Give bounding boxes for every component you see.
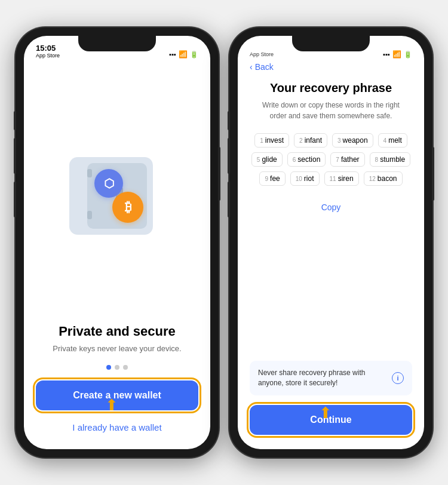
signal-icon: ▪▪▪ [169, 51, 176, 58]
phrase-word-12: 12 bacon [364, 171, 403, 186]
phrase-word-1: 1 invest [254, 133, 289, 148]
phrase-num-10: 10 [296, 176, 302, 182]
phrase-text-11: siren [338, 174, 354, 183]
phrase-num-9: 9 [265, 176, 268, 182]
safe-hinge-bottom [87, 211, 92, 219]
battery-icon: 🔋 [190, 51, 198, 59]
phrase-word-10: 10 riot [290, 171, 320, 186]
already-have-wallet-button[interactable]: I already have a wallet [67, 418, 166, 437]
phrase-text-2: infant [305, 136, 322, 145]
phrase-text-10: riot [304, 174, 314, 183]
volume-up-button-2 [228, 138, 230, 174]
phrase-row-3: 9 fee 10 riot 11 siren 12 bacon [250, 171, 412, 186]
phrase-text-3: weapon [343, 136, 368, 145]
bitcoin-coin: ₿ [112, 192, 143, 223]
dot-2 [115, 365, 119, 370]
phrase-grid: 1 invest 2 infant 3 weapon 4 melt [250, 133, 412, 186]
phrase-text-7: father [341, 155, 360, 164]
phrase-row-2: 5 glide 6 section 7 father 8 stumble [250, 152, 412, 167]
page-dots [106, 365, 128, 370]
warning-text: Never share recovery phrase with anyone,… [258, 368, 387, 388]
battery-icon-2: 🔋 [404, 51, 412, 59]
safe-illustration: ⬡ ₿ [63, 151, 171, 247]
phone1-subtitle: Private keys never leave your device. [53, 344, 181, 353]
phone-1: 15:05 App Store ▪▪▪ 📶 🔋 ⬡ ₿ [16, 27, 219, 458]
wifi-icon: 📶 [179, 50, 188, 59]
illustration-area: ⬡ ₿ [63, 74, 171, 324]
volume-up-button [14, 138, 16, 174]
safe-hinge-top [87, 169, 92, 177]
phrase-word-8: 8 stumble [370, 152, 411, 167]
phrase-num-5: 5 [257, 156, 260, 163]
notch-1 [78, 36, 156, 51]
back-label: Back [255, 62, 274, 72]
phrase-word-7: 7 father [330, 152, 364, 167]
phone-screen-1: 15:05 App Store ▪▪▪ 📶 🔋 ⬡ ₿ [24, 36, 210, 449]
phrase-num-1: 1 [260, 137, 263, 144]
status-icons-2: ▪▪▪ 📶 🔋 [383, 50, 412, 59]
notch-2 [292, 36, 370, 51]
phrase-word-3: 3 weapon [332, 133, 373, 148]
screen-content-1: ⬡ ₿ Private and secure Private keys neve… [24, 62, 210, 449]
phrase-text-4: melt [388, 136, 402, 145]
phone-2: App Store ▪▪▪ 📶 🔋 ‹ Back Your recovery p… [229, 27, 432, 458]
phrase-word-2: 2 infant [294, 133, 327, 148]
cursor-arrow-1: ⬆ [105, 396, 118, 415]
phrase-text-12: bacon [378, 174, 397, 183]
volume-down-button-2 [228, 182, 230, 217]
dot-3 [123, 365, 128, 370]
phrase-word-11: 11 siren [324, 171, 359, 186]
back-chevron-icon: ‹ [250, 62, 253, 72]
phrase-text-1: invest [265, 136, 284, 145]
phrase-word-9: 9 fee [259, 171, 285, 186]
recovery-title: Your recovery phrase [250, 81, 412, 95]
power-button [218, 147, 220, 201]
phrase-word-5: 5 glide [251, 152, 283, 167]
phrase-word-4: 4 melt [378, 133, 407, 148]
status-app-1: App Store [36, 53, 60, 59]
phrase-num-12: 12 [369, 176, 376, 182]
phrase-row-1: 1 invest 2 infant 3 weapon 4 melt [250, 133, 412, 148]
power-button-2 [432, 147, 434, 201]
phrase-text-5: glide [262, 155, 277, 164]
status-app-2: App Store [250, 51, 274, 57]
phrase-text-8: stumble [380, 155, 405, 164]
phrase-text-9: fee [270, 174, 280, 183]
phrase-num-7: 7 [336, 156, 339, 163]
wifi-icon-2: 📶 [392, 50, 401, 59]
status-icons-1: ▪▪▪ 📶 🔋 [169, 50, 198, 59]
volume-down-button [14, 182, 16, 217]
dot-1 [106, 365, 111, 370]
phrase-text-6: section [297, 155, 320, 164]
phrase-word-6: 6 section [287, 152, 326, 167]
phone-screen-2: App Store ▪▪▪ 📶 🔋 ‹ Back Your recovery p… [238, 36, 424, 449]
copy-button[interactable]: Copy [250, 195, 412, 219]
recovery-description: Write down or copy these words in the ri… [250, 100, 412, 121]
warning-box: Never share recovery phrase with anyone,… [250, 361, 412, 395]
phone1-title: Private and secure [59, 324, 176, 339]
phrase-num-4: 4 [383, 137, 387, 144]
back-button[interactable]: ‹ Back [250, 62, 412, 72]
recovery-screen: ‹ Back Your recovery phrase Write down o… [238, 62, 424, 449]
mute-button [14, 111, 16, 130]
mute-button-2 [228, 111, 230, 130]
status-time: 15:05 [36, 44, 60, 52]
phrase-num-8: 8 [375, 156, 379, 163]
phrase-num-6: 6 [293, 156, 296, 163]
phrase-num-2: 2 [299, 137, 303, 144]
phrase-num-3: 3 [337, 137, 341, 144]
phrase-num-11: 11 [330, 176, 336, 182]
ethereum-coin: ⬡ [94, 169, 123, 198]
cursor-arrow-2: ⬆ [319, 404, 332, 422]
info-icon[interactable]: i [392, 372, 404, 384]
signal-icon-2: ▪▪▪ [383, 51, 390, 58]
